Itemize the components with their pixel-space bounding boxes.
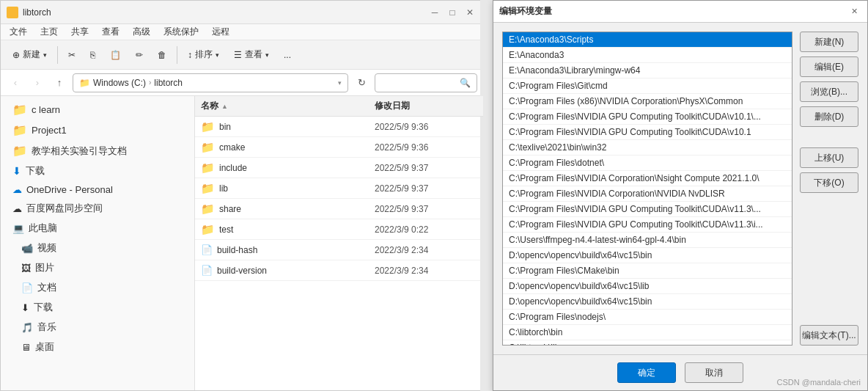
sidebar-item-teaching[interactable]: 📁 教学相关实验引导文档: [4, 141, 191, 161]
file-item-cmake[interactable]: 📁 cmake 2022/5/9 9:36: [195, 137, 483, 158]
view-button[interactable]: ☰ 查看 ▾: [228, 45, 275, 64]
rename-button[interactable]: ✏: [130, 47, 149, 63]
env-list-item[interactable]: C:\Program Files\NVIDIA Corporation\NVID…: [503, 186, 792, 202]
env-list-item[interactable]: C:\texlive\2021\bin\win32: [503, 140, 792, 156]
new-env-button[interactable]: 新建(N): [800, 32, 858, 52]
sidebar-item-baidu[interactable]: ☁ 百度网盘同步空间: [4, 199, 191, 218]
env-list-item[interactable]: C:\Program Files\nodejs\: [503, 310, 792, 325]
view-icon: ☰: [234, 50, 242, 60]
sidebar-item-project1[interactable]: 📁 Project1: [4, 120, 191, 140]
breadcrumb-part1[interactable]: Windows (C:): [93, 78, 146, 88]
forward-button[interactable]: ›: [29, 74, 46, 92]
paste-icon: 📋: [110, 50, 121, 60]
file-date: 2022/5/9 9:36: [375, 142, 477, 153]
menu-remote[interactable]: 远程: [206, 24, 235, 40]
move-up-button[interactable]: 上移(U): [800, 147, 858, 168]
file-name: share: [219, 204, 375, 214]
env-list-item[interactable]: C:\Program Files\NVIDIA Corporation\Nsig…: [503, 171, 792, 186]
env-list-item[interactable]: C:\Program Files\NVIDIA GPU Computing To…: [503, 217, 792, 233]
env-list-item[interactable]: C:\Program Files\dotnet\: [503, 156, 792, 171]
sidebar-item-download2[interactable]: ⬇ 下载: [4, 298, 191, 317]
env-list-item[interactable]: D:\opencv\opencv\build\x64\vc15\bin: [503, 294, 792, 310]
back-button[interactable]: ‹: [7, 74, 24, 92]
more-button[interactable]: ...: [278, 47, 297, 63]
search-box[interactable]: 🔍: [375, 73, 477, 92]
file-items-container: 📁 bin 2022/5/9 9:36 📁 cmake 2022/5/9 9:3…: [195, 117, 483, 281]
menu-home[interactable]: 主页: [34, 24, 64, 40]
browse-env-button[interactable]: 浏览(B)...: [800, 81, 858, 102]
env-list-item[interactable]: E:\Anaconda3\Library\mingw-w64: [503, 63, 792, 78]
sidebar-item-music[interactable]: 🎵 音乐: [4, 318, 191, 337]
env-list-item[interactable]: C:\Program Files\NVIDIA GPU Computing To…: [503, 125, 792, 140]
env-list-item[interactable]: E:\Anaconda3\Scripts: [503, 32, 792, 48]
move-down-button[interactable]: 下移(O): [800, 172, 858, 193]
folder-icon: 📁: [12, 103, 27, 117]
sidebar-item-clearn[interactable]: 📁 c learn: [4, 100, 191, 120]
breadcrumb-part2[interactable]: libtorch: [154, 78, 183, 88]
new-button[interactable]: ⊕ 新建 ▾: [7, 45, 53, 64]
env-list-item[interactable]: C:\Program Files\NVIDIA GPU Computing To…: [503, 109, 792, 125]
dialog-buttons: 新建(N) 编辑(E) 浏览(B)... 删除(D) 上移(U) 下移(O) 编…: [800, 32, 858, 346]
file-item-share[interactable]: 📁 share 2022/5/9 9:37: [195, 199, 483, 219]
env-list-item[interactable]: C:\Program Files\NVIDIA GPU Computing To…: [503, 202, 792, 217]
rename-icon: ✏: [136, 50, 143, 60]
sidebar-item-onedrive[interactable]: ☁ OneDrive - Personal: [4, 181, 191, 198]
env-list-item[interactable]: C:\Program Files\Git\cmd: [503, 78, 792, 94]
sidebar-item-image[interactable]: 🖼 图片: [4, 258, 191, 277]
close-button[interactable]: ✕: [463, 5, 477, 20]
up-button[interactable]: ↑: [51, 74, 68, 92]
env-list-item[interactable]: C:\Program Files\CMake\bin: [503, 263, 792, 279]
address-dropdown-icon[interactable]: ▾: [338, 79, 342, 87]
address-bar: ‹ › ↑ 📁 Windows (C:) › libtorch ▾ ↻ 🔍: [1, 70, 483, 96]
cut-icon: ✂: [68, 50, 76, 60]
menu-advanced[interactable]: 高级: [127, 24, 156, 40]
menu-share[interactable]: 共享: [65, 24, 95, 40]
sidebar-item-video[interactable]: 📹 视频: [4, 238, 191, 257]
minimize-button[interactable]: ─: [427, 5, 442, 20]
env-list-item[interactable]: C:\Program Files (x86)\NVIDIA Corporatio…: [503, 94, 792, 109]
env-list: E:\Anaconda3\ScriptsE:\Anaconda3E:\Anaco…: [503, 32, 792, 346]
file-item-build-hash[interactable]: 📄 build-hash 2022/3/9 2:34: [195, 240, 483, 260]
cancel-button[interactable]: 取消: [685, 362, 743, 383]
file-date: 2022/3/9 0:22: [375, 224, 477, 235]
col-name-header: 名称 ▲: [201, 100, 375, 112]
file-item-build-version[interactable]: 📄 build-version 2022/3/9 2:34: [195, 260, 483, 281]
sidebar-item-thispc[interactable]: 💻 此电脑: [4, 219, 191, 238]
sidebar-item-desktop[interactable]: 🖥 桌面: [4, 337, 191, 357]
env-list-item[interactable]: D:\opencv\opencv\build\x64\vc15\lib: [503, 279, 792, 294]
paste-button[interactable]: 📋: [104, 47, 127, 63]
sort-button[interactable]: ↕ 排序 ▾: [182, 45, 225, 64]
refresh-button[interactable]: ↻: [353, 74, 370, 92]
file-item-lib[interactable]: 📁 lib 2022/5/9 9:37: [195, 178, 483, 199]
env-list-item[interactable]: C:\libtorch\bin: [503, 325, 792, 340]
dialog-title-text: 编辑环境变量: [499, 5, 552, 18]
edit-text-button[interactable]: 编辑文本(T)...: [800, 325, 858, 346]
env-list-item[interactable]: D:\opencv\opencv\build\x64\vc15\bin: [503, 248, 792, 263]
download-icon: ⬇: [12, 165, 21, 177]
edit-env-button[interactable]: 编辑(E): [800, 56, 858, 77]
file-type-icon: 📁: [201, 141, 215, 154]
env-list-item[interactable]: C:\Users\ffmpeg-n4.4-latest-win64-gpl-4.…: [503, 233, 792, 248]
copy-button[interactable]: ⎘: [84, 47, 101, 63]
file-item-test[interactable]: 📁 test 2022/3/9 0:22: [195, 219, 483, 240]
menu-sysprotect[interactable]: 系统保护: [158, 24, 205, 40]
dialog-body: E:\Anaconda3\ScriptsE:\Anaconda3E:\Anaco…: [493, 23, 867, 354]
env-list-item[interactable]: C:\libtorch\lib: [503, 340, 792, 346]
ok-button[interactable]: 确定: [617, 362, 676, 383]
address-input[interactable]: 📁 Windows (C:) › libtorch ▾: [73, 73, 348, 92]
video-icon: 📹: [21, 243, 33, 254]
env-dialog: 编辑环境变量 ✕ E:\Anaconda3\ScriptsE:\Anaconda…: [493, 0, 868, 391]
sidebar-item-docs[interactable]: 📄 文档: [4, 278, 191, 297]
menu-file[interactable]: 文件: [4, 24, 33, 40]
delete-button[interactable]: 🗑: [152, 47, 172, 63]
delete-env-button[interactable]: 删除(D): [800, 106, 858, 127]
cut-button[interactable]: ✂: [62, 47, 81, 63]
file-item-bin[interactable]: 📁 bin 2022/5/9 9:36: [195, 117, 483, 137]
env-list-item[interactable]: E:\Anaconda3: [503, 48, 792, 63]
file-item-include[interactable]: 📁 include 2022/5/9 9:37: [195, 158, 483, 178]
maximize-button[interactable]: □: [445, 5, 460, 20]
menu-view[interactable]: 查看: [96, 24, 125, 40]
env-list-container: E:\Anaconda3\ScriptsE:\Anaconda3E:\Anaco…: [502, 32, 792, 346]
dialog-close-button[interactable]: ✕: [847, 4, 861, 19]
sidebar-item-download1[interactable]: ⬇ 下载: [4, 161, 191, 180]
